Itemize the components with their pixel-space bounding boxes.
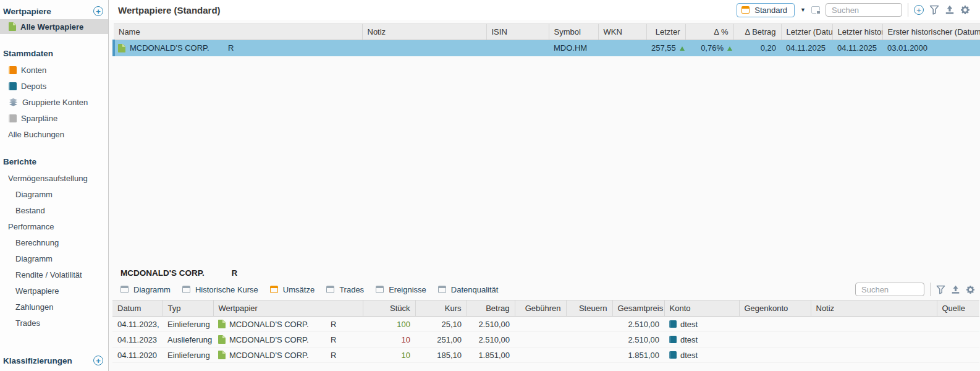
sidebar-section-berichte: Berichte Vermögensaufstellung Diagramm B…: [0, 156, 108, 331]
tab-label: Datenqualität: [451, 285, 499, 294]
app-window: Wertpapiere + Alle Wertpapiere Stammdate…: [0, 0, 980, 371]
security-file-icon: [9, 22, 16, 31]
sidebar-item-diagramm-2[interactable]: Diagramm: [0, 250, 108, 267]
col-gegenkonto[interactable]: Gegenkonto: [739, 301, 811, 317]
col-datum[interactable]: Datum: [112, 301, 163, 317]
col-wkn[interactable]: WKN: [598, 24, 646, 40]
sidebar-item-label: Performance: [8, 222, 54, 231]
securities-row-selected[interactable]: MCDONALD'S CORP.R MDO.HM 257,55 0,76% 0,…: [114, 40, 980, 56]
cell-letzter-datum: 04.11.2025: [781, 40, 832, 56]
col-konto[interactable]: Konto: [664, 301, 739, 317]
sidebar-item-konten[interactable]: Konten: [0, 62, 108, 78]
tab-trades[interactable]: Trades: [326, 285, 364, 294]
cell-stueck: 10: [363, 348, 415, 363]
col-delta-pct[interactable]: Δ %: [685, 24, 733, 40]
cell-quelle: [937, 317, 979, 332]
cell-konto: dtest: [680, 335, 698, 344]
detail-export-button[interactable]: [951, 285, 960, 294]
col-typ[interactable]: Typ: [163, 301, 213, 317]
filter-funnel-icon: [929, 5, 939, 15]
transactions-table: Datum Typ Wertpapier Stück Kurs Betrag G…: [112, 300, 979, 363]
cell-steuern: [566, 332, 612, 348]
col-notiz[interactable]: Notiz: [362, 24, 486, 40]
cell-gegenkonto: [739, 332, 811, 348]
sidebar-item-zahlungen[interactable]: Zahlungen: [0, 299, 108, 315]
sidebar-item-depots[interactable]: Depots: [0, 78, 108, 94]
sidebar-item-label: Berechnung: [15, 238, 59, 247]
cell-typ: Einlieferung: [163, 317, 213, 332]
sidebar-section-title: Stammdaten: [3, 49, 53, 58]
tab-ereignisse[interactable]: Ereignisse: [376, 285, 426, 294]
tab-diagramm[interactable]: Diagramm: [120, 285, 171, 294]
transactions-header-row: Datum Typ Wertpapier Stück Kurs Betrag G…: [112, 301, 979, 317]
col-wertpapier[interactable]: Wertpapier: [213, 301, 363, 317]
security-file-icon: [218, 335, 226, 344]
detail-filter-button[interactable]: [936, 285, 945, 294]
col-gesamtpreis[interactable]: Gesamtpreis: [612, 301, 664, 317]
sidebar-item-trades[interactable]: Trades: [0, 315, 108, 331]
sidebar-item-vermoegensaufstellung[interactable]: Vermögensaufstellung: [0, 170, 108, 186]
col-kurs[interactable]: Kurs: [415, 301, 467, 317]
sidebar-item-label: Zahlungen: [15, 302, 53, 312]
transaction-row[interactable]: 04.11.2023 Auslieferung MCDONALD'S CORP.…: [112, 332, 979, 348]
settings-button[interactable]: [960, 5, 970, 15]
trend-up-icon: [727, 46, 732, 51]
cell-note-marker: R: [331, 320, 336, 329]
sidebar-item-sparplaene[interactable]: Sparpläne: [0, 110, 108, 126]
col-letzter[interactable]: Letzter: [646, 24, 685, 40]
tab-datenqualitaet[interactable]: Datenqualität: [438, 285, 499, 294]
export-upload-icon: [945, 5, 955, 15]
sidebar-item-gruppierte-konten[interactable]: Gruppierte Konten: [0, 94, 108, 110]
col-symbol[interactable]: Symbol: [549, 24, 598, 40]
col-letzter-datum[interactable]: Letzter (Datum): [781, 24, 832, 40]
sidebar-item-alle-wertpapiere[interactable]: Alle Wertpapiere: [0, 19, 108, 34]
sidebar-item-alle-buchungen[interactable]: Alle Buchungen: [0, 126, 108, 142]
col-steuern[interactable]: Steuern: [566, 301, 612, 317]
tab-label: Ereignisse: [389, 285, 426, 294]
cell-betrag: 2.510,00: [467, 332, 515, 348]
sidebar-item-performance[interactable]: Performance: [0, 218, 108, 234]
view-titlebar: Wertpapiere (Standard) Standard ▼ +: [109, 0, 980, 20]
sidebar-item-berechnung[interactable]: Berechnung: [0, 234, 108, 250]
securities-header-row: Name Notiz ISIN Symbol WKN Letzter Δ % Δ…: [114, 24, 980, 40]
tab-historische-kurse[interactable]: Historische Kurse: [182, 285, 258, 294]
cell-wkn: [598, 40, 646, 56]
col-delta-betrag[interactable]: Δ Betrag: [733, 24, 781, 40]
sidebar-item-wertpapiere[interactable]: Wertpapiere: [0, 283, 108, 299]
col-stueck[interactable]: Stück: [363, 301, 415, 317]
export-button[interactable]: [945, 5, 955, 15]
filter-button[interactable]: [929, 5, 939, 15]
cell-gebuehren: [515, 332, 566, 348]
sidebar-item-label: Alle Wertpapiere: [20, 22, 83, 32]
transaction-row[interactable]: 04.11.2023, Einlieferung MCDONALD'S CORP…: [112, 317, 979, 332]
securities-search-input[interactable]: [826, 3, 902, 17]
cell-datum: 04.11.2020: [112, 348, 163, 363]
view-dropdown-caret[interactable]: ▼: [800, 7, 806, 13]
col-letzter-hist[interactable]: Letzter historischer: [832, 24, 882, 40]
detail-settings-button[interactable]: [966, 285, 975, 294]
add-classification-button[interactable]: +: [93, 356, 103, 365]
transactions-search-input[interactable]: [855, 283, 924, 296]
add-watchlist-button[interactable]: +: [93, 6, 103, 16]
col-quelle[interactable]: Quelle: [937, 301, 979, 317]
view-selector-button[interactable]: Standard: [737, 3, 795, 17]
col-erster-hist[interactable]: Erster historischer (Datum): [882, 24, 980, 40]
col-isin[interactable]: ISIN: [486, 24, 549, 40]
cell-stueck: 100: [363, 317, 415, 332]
sidebar-item-bestand[interactable]: Bestand: [0, 202, 108, 218]
cell-wertpapier: MCDONALD'S CORP.: [229, 335, 327, 344]
tab-umsaetze[interactable]: Umsätze: [270, 285, 315, 294]
tab-label: Diagramm: [133, 285, 171, 294]
col-name[interactable]: Name: [114, 24, 362, 40]
col-betrag[interactable]: Betrag: [467, 301, 515, 317]
cell-gesamtpreis: 2.510,00: [612, 332, 664, 348]
open-in-window-icon[interactable]: [811, 6, 820, 14]
sidebar-item-diagramm-1[interactable]: Diagramm: [0, 186, 108, 202]
savings-book-icon: [9, 114, 17, 122]
col-notiz[interactable]: Notiz: [811, 301, 937, 317]
sidebar-item-rendite-volatilitaet[interactable]: Rendite / Volatilität: [0, 267, 108, 283]
col-gebuehren[interactable]: Gebühren: [515, 301, 566, 317]
add-security-button[interactable]: +: [914, 5, 924, 15]
transaction-row[interactable]: 04.11.2020 Einlieferung MCDONALD'S CORP.…: [112, 348, 979, 363]
sidebar-item-label: Depots: [21, 82, 46, 91]
